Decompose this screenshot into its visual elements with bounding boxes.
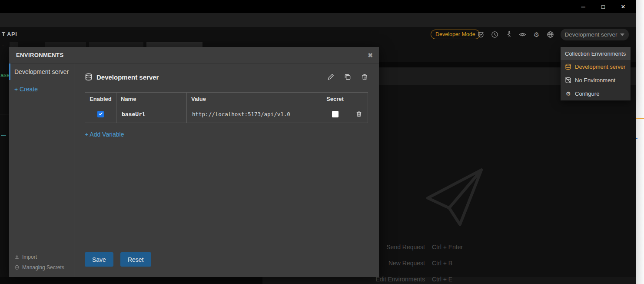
menu-header-collection-environments: Collection Environments	[561, 47, 631, 60]
send-paper-plane-icon	[423, 167, 487, 227]
menu-item-label: No Environment	[575, 77, 615, 84]
managing-secrets-label: Managing Secrets	[22, 264, 64, 271]
column-header-actions	[350, 93, 368, 105]
menu-item-no-environment[interactable]: No Environment	[561, 74, 631, 87]
window-minimize-button[interactable]: ─	[573, 0, 593, 13]
variable-name-input[interactable]: baseUrl	[116, 105, 187, 123]
table-header-row: Enabled Name Value Secret	[85, 93, 368, 105]
duplicate-icon[interactable]	[344, 73, 352, 81]
window-controls: ─ □ ✕	[573, 0, 633, 13]
sidebar-fragment-text: ase	[0, 72, 10, 78]
runner-icon[interactable]	[505, 31, 512, 38]
desktop-strip-blue-mark	[636, 138, 637, 139]
window-title-bar: ─ □ ✕	[0, 0, 636, 13]
download-icon	[14, 254, 20, 260]
variables-table: Enabled Name Value Secret baseUrl http:/…	[85, 92, 368, 123]
shortcut-keys: Ctrl + Enter	[432, 244, 489, 251]
menu-item-development-server[interactable]: Development server	[561, 60, 631, 74]
import-label: Import	[22, 254, 37, 260]
eye-icon[interactable]	[519, 31, 526, 38]
save-button[interactable]: Save	[85, 252, 113, 267]
import-environment-link[interactable]: Import	[14, 252, 74, 262]
secret-checkbox[interactable]	[332, 111, 339, 117]
window-maximize-button[interactable]: □	[593, 0, 613, 13]
table-row: baseUrl http://localhost:5173/api/v1.0	[85, 105, 368, 123]
sidebar-fragment-line	[0, 129, 9, 129]
bruno-dog-icon[interactable]	[477, 31, 485, 38]
database-off-icon	[565, 77, 571, 84]
environments-sidebar: Development server + Create Import Manag…	[9, 63, 74, 277]
desktop-strip-orange-line	[636, 118, 644, 119]
desktop-edge-strip	[636, 0, 644, 284]
gear-icon: ⚙	[565, 90, 571, 97]
enabled-checkbox[interactable]	[97, 111, 104, 117]
reset-button[interactable]: Reset	[120, 252, 151, 267]
menu-item-configure[interactable]: ⚙ Configure	[561, 87, 631, 100]
managing-secrets-link[interactable]: Managing Secrets	[14, 262, 74, 273]
variable-value-input[interactable]: http://localhost:5173/api/v1.0	[187, 105, 320, 123]
column-header-name: Name	[116, 93, 187, 105]
collection-title: T API	[2, 31, 17, 37]
close-icon[interactable]: ✖	[368, 52, 373, 59]
delete-variable-icon[interactable]	[350, 110, 368, 117]
globe-icon[interactable]	[547, 31, 554, 38]
column-header-value: Value	[187, 93, 320, 105]
environment-name: Development server	[96, 74, 327, 81]
trash-icon[interactable]	[361, 73, 368, 81]
history-clock-icon[interactable]	[491, 31, 498, 38]
environments-modal: ENVIRONMENTS ✖ Development server + Crea…	[9, 47, 379, 277]
column-header-secret: Secret	[320, 93, 350, 105]
menu-item-label: Configure	[575, 90, 599, 97]
add-variable-link[interactable]: + Add Variable	[85, 131, 368, 138]
environment-selector-label: Development server	[565, 31, 617, 38]
environment-selector-button[interactable]: Development server	[561, 29, 629, 40]
database-icon	[85, 73, 93, 81]
menu-item-label: Development server	[575, 63, 625, 70]
gear-icon[interactable]: ⚙	[533, 31, 540, 38]
create-environment-link[interactable]: + Create	[14, 86, 74, 93]
shortcut-keys: Ctrl + E	[432, 276, 489, 283]
sidebar-fragment-line	[0, 114, 9, 114]
window-close-button[interactable]: ✕	[613, 0, 633, 13]
environment-dropdown-menu: Collection Environments Development serv…	[561, 47, 631, 100]
developer-mode-badge[interactable]: Developer Mode	[431, 30, 480, 39]
modal-title: ENVIRONMENTS	[16, 52, 368, 58]
chevron-down-icon	[620, 33, 624, 36]
shield-icon	[14, 265, 20, 270]
sidebar-item-development-server[interactable]: Development server	[9, 63, 74, 80]
header-icon-row: ⚙	[477, 30, 554, 39]
bottom-panel-left	[0, 277, 262, 284]
sidebar-fragment-dots: ··	[1, 42, 4, 47]
modal-header: ENVIRONMENTS ✖	[9, 47, 379, 63]
app-menu-bar	[0, 13, 636, 27]
database-icon	[565, 63, 571, 70]
sidebar-fragment-dash	[1, 135, 6, 136]
shortcut-keys: Ctrl + B	[432, 260, 489, 267]
environment-detail-panel: Development server	[74, 63, 379, 277]
column-header-enabled: Enabled	[85, 93, 116, 105]
edit-pencil-icon[interactable]	[327, 73, 335, 81]
